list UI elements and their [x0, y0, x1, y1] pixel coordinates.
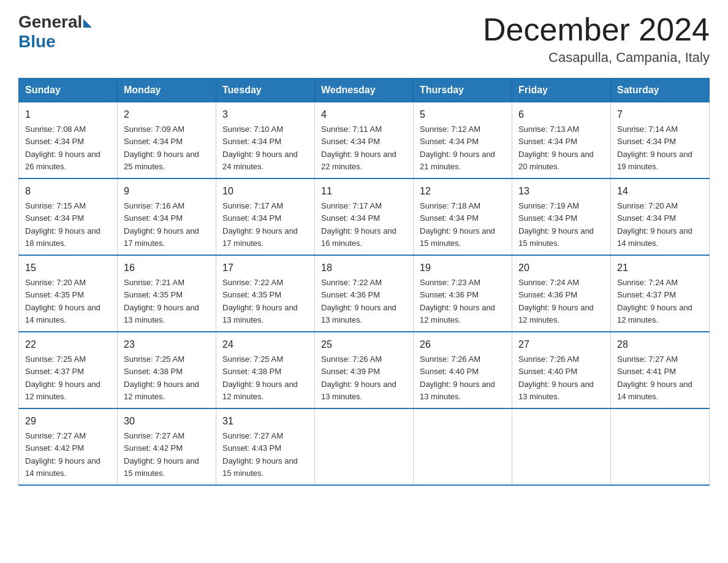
header-cell-wednesday: Wednesday: [315, 79, 414, 102]
day-cell: 23Sunrise: 7:25 AMSunset: 4:38 PMDayligh…: [118, 332, 216, 408]
header-cell-friday: Friday: [512, 79, 611, 102]
day-cell: 10Sunrise: 7:17 AMSunset: 4:34 PMDayligh…: [216, 178, 315, 255]
day-info: Sunrise: 7:23 AMSunset: 4:36 PMDaylight:…: [420, 278, 495, 324]
day-cell: 31Sunrise: 7:27 AMSunset: 4:43 PMDayligh…: [216, 408, 315, 485]
day-number: 30: [124, 414, 210, 429]
day-info: Sunrise: 7:20 AMSunset: 4:35 PMDaylight:…: [25, 278, 100, 324]
day-info: Sunrise: 7:27 AMSunset: 4:43 PMDaylight:…: [222, 431, 298, 478]
day-cell: 28Sunrise: 7:27 AMSunset: 4:41 PMDayligh…: [611, 332, 710, 408]
day-info: Sunrise: 7:08 AMSunset: 4:34 PMDaylight:…: [25, 124, 100, 171]
day-info: Sunrise: 7:11 AMSunset: 4:34 PMDaylight:…: [321, 124, 396, 171]
day-number: 24: [222, 337, 308, 352]
day-info: Sunrise: 7:13 AMSunset: 4:34 PMDaylight:…: [518, 124, 594, 171]
day-cell: 26Sunrise: 7:26 AMSunset: 4:40 PMDayligh…: [414, 332, 512, 408]
day-info: Sunrise: 7:27 AMSunset: 4:42 PMDaylight:…: [124, 431, 199, 478]
day-number: 21: [617, 261, 703, 275]
day-info: Sunrise: 7:27 AMSunset: 4:42 PMDaylight:…: [25, 431, 100, 478]
day-cell: [611, 408, 710, 485]
day-info: Sunrise: 7:17 AMSunset: 4:34 PMDaylight:…: [222, 201, 298, 248]
day-info: Sunrise: 7:09 AMSunset: 4:34 PMDaylight:…: [124, 124, 199, 171]
day-info: Sunrise: 7:26 AMSunset: 4:40 PMDaylight:…: [518, 354, 594, 401]
day-cell: 24Sunrise: 7:25 AMSunset: 4:38 PMDayligh…: [216, 332, 315, 408]
day-number: 25: [321, 337, 407, 352]
day-cell: 1Sunrise: 7:08 AMSunset: 4:34 PMDaylight…: [19, 102, 118, 179]
day-cell: 8Sunrise: 7:15 AMSunset: 4:34 PMDaylight…: [19, 178, 118, 255]
day-number: 20: [518, 261, 604, 275]
day-info: Sunrise: 7:24 AMSunset: 4:37 PMDaylight:…: [617, 278, 692, 324]
day-number: 6: [518, 107, 604, 122]
day-info: Sunrise: 7:25 AMSunset: 4:38 PMDaylight:…: [124, 354, 199, 401]
day-cell: [414, 408, 512, 485]
day-number: 3: [222, 107, 308, 122]
day-cell: 21Sunrise: 7:24 AMSunset: 4:37 PMDayligh…: [611, 255, 710, 332]
location-title: Casapulla, Campania, Italy: [483, 50, 710, 66]
day-cell: 25Sunrise: 7:26 AMSunset: 4:39 PMDayligh…: [315, 332, 414, 408]
day-cell: 19Sunrise: 7:23 AMSunset: 4:36 PMDayligh…: [414, 255, 512, 332]
day-number: 28: [617, 337, 703, 352]
day-number: 14: [617, 184, 703, 199]
day-cell: 4Sunrise: 7:11 AMSunset: 4:34 PMDaylight…: [315, 102, 414, 179]
day-info: Sunrise: 7:26 AMSunset: 4:40 PMDaylight:…: [420, 354, 495, 401]
day-cell: 12Sunrise: 7:18 AMSunset: 4:34 PMDayligh…: [414, 178, 512, 255]
header-cell-monday: Monday: [118, 79, 216, 102]
page-header: General Blue December 2024 Casapulla, Ca…: [18, 12, 710, 66]
week-row-2: 8Sunrise: 7:15 AMSunset: 4:34 PMDaylight…: [19, 178, 710, 255]
day-number: 8: [25, 184, 111, 199]
header-cell-tuesday: Tuesday: [216, 79, 315, 102]
day-number: 27: [518, 337, 604, 352]
title-section: December 2024 Casapulla, Campania, Italy: [483, 12, 710, 66]
day-number: 19: [420, 261, 506, 275]
day-number: 23: [124, 337, 210, 352]
header-row: SundayMondayTuesdayWednesdayThursdayFrid…: [19, 79, 710, 102]
week-row-4: 22Sunrise: 7:25 AMSunset: 4:37 PMDayligh…: [19, 332, 710, 408]
day-info: Sunrise: 7:12 AMSunset: 4:34 PMDaylight:…: [420, 124, 495, 171]
day-number: 7: [617, 107, 703, 122]
day-cell: 13Sunrise: 7:19 AMSunset: 4:34 PMDayligh…: [512, 178, 611, 255]
day-info: Sunrise: 7:20 AMSunset: 4:34 PMDaylight:…: [617, 201, 692, 248]
day-number: 18: [321, 261, 407, 275]
day-number: 5: [420, 107, 506, 122]
day-cell: 15Sunrise: 7:20 AMSunset: 4:35 PMDayligh…: [19, 255, 118, 332]
day-info: Sunrise: 7:19 AMSunset: 4:34 PMDaylight:…: [518, 201, 594, 248]
day-number: 4: [321, 107, 407, 122]
day-cell: 2Sunrise: 7:09 AMSunset: 4:34 PMDaylight…: [118, 102, 216, 179]
day-number: 12: [420, 184, 506, 199]
day-number: 2: [124, 107, 210, 122]
month-title: December 2024: [483, 12, 710, 47]
day-cell: 22Sunrise: 7:25 AMSunset: 4:37 PMDayligh…: [19, 332, 118, 408]
day-number: 13: [518, 184, 604, 199]
day-info: Sunrise: 7:16 AMSunset: 4:34 PMDaylight:…: [124, 201, 199, 248]
week-row-1: 1Sunrise: 7:08 AMSunset: 4:34 PMDaylight…: [19, 102, 710, 179]
day-number: 15: [25, 261, 111, 275]
logo-arrow-icon: [83, 19, 92, 28]
day-cell: 5Sunrise: 7:12 AMSunset: 4:34 PMDaylight…: [414, 102, 512, 179]
day-info: Sunrise: 7:24 AMSunset: 4:36 PMDaylight:…: [518, 278, 594, 324]
week-row-5: 29Sunrise: 7:27 AMSunset: 4:42 PMDayligh…: [19, 408, 710, 485]
day-info: Sunrise: 7:27 AMSunset: 4:41 PMDaylight:…: [617, 354, 692, 401]
day-cell: 18Sunrise: 7:22 AMSunset: 4:36 PMDayligh…: [315, 255, 414, 332]
day-cell: 7Sunrise: 7:14 AMSunset: 4:34 PMDaylight…: [611, 102, 710, 179]
day-number: 17: [222, 261, 308, 275]
day-number: 16: [124, 261, 210, 275]
day-info: Sunrise: 7:22 AMSunset: 4:36 PMDaylight:…: [321, 278, 396, 324]
day-number: 29: [25, 414, 111, 429]
day-info: Sunrise: 7:22 AMSunset: 4:35 PMDaylight:…: [222, 278, 298, 324]
day-number: 10: [222, 184, 308, 199]
day-cell: 16Sunrise: 7:21 AMSunset: 4:35 PMDayligh…: [118, 255, 216, 332]
day-cell: 20Sunrise: 7:24 AMSunset: 4:36 PMDayligh…: [512, 255, 611, 332]
day-info: Sunrise: 7:21 AMSunset: 4:35 PMDaylight:…: [124, 278, 199, 324]
day-cell: 11Sunrise: 7:17 AMSunset: 4:34 PMDayligh…: [315, 178, 414, 255]
day-info: Sunrise: 7:18 AMSunset: 4:34 PMDaylight:…: [420, 201, 495, 248]
week-row-3: 15Sunrise: 7:20 AMSunset: 4:35 PMDayligh…: [19, 255, 710, 332]
day-number: 31: [222, 414, 308, 429]
calendar-body: 1Sunrise: 7:08 AMSunset: 4:34 PMDaylight…: [19, 102, 710, 486]
day-cell: [512, 408, 611, 485]
day-info: Sunrise: 7:17 AMSunset: 4:34 PMDaylight:…: [321, 201, 396, 248]
logo-blue: Blue: [18, 32, 92, 52]
calendar-header: SundayMondayTuesdayWednesdayThursdayFrid…: [19, 79, 710, 102]
logo: General Blue: [18, 12, 92, 52]
day-cell: [315, 408, 414, 485]
logo-general: General: [18, 12, 82, 32]
day-cell: 27Sunrise: 7:26 AMSunset: 4:40 PMDayligh…: [512, 332, 611, 408]
header-cell-sunday: Sunday: [19, 79, 118, 102]
